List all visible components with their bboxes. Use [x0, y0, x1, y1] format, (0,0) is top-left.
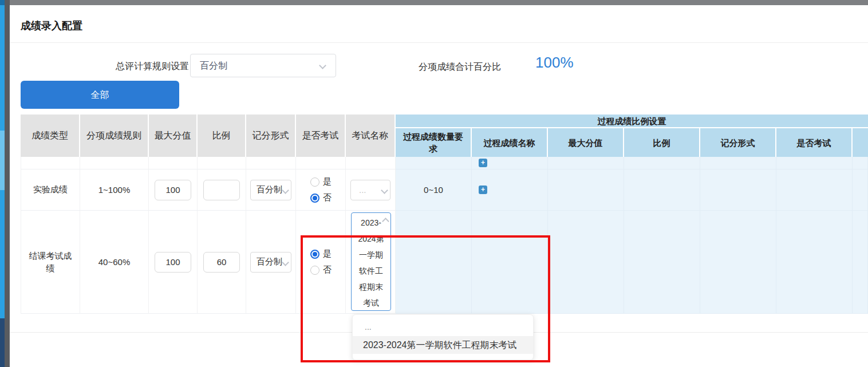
left-sidebar-edge-top	[0, 0, 5, 5]
table-cell: +	[472, 157, 548, 169]
table-cell	[853, 157, 868, 169]
table-cell	[396, 211, 472, 314]
row2-scoring-form-select[interactable]: 百分制	[250, 252, 291, 273]
row1-exam-name-cell: ...	[346, 169, 396, 211]
row1-is-exam-cell: 是 否	[296, 169, 346, 211]
row2-radio-no[interactable]: 否	[310, 265, 345, 275]
table-cell	[700, 169, 776, 211]
table-cell	[396, 157, 472, 169]
top-window-bar	[0, 0, 868, 5]
row1-exam-name-value: ...	[359, 185, 366, 195]
table-cell	[700, 211, 776, 314]
table-cell	[853, 211, 868, 314]
col-header-max-score: 最大分值	[149, 115, 196, 157]
table-cell	[198, 157, 246, 169]
sub-header-is-exam: 是否考试	[776, 128, 851, 157]
row2-max-score-input[interactable]	[155, 252, 191, 273]
row2-radio-yes[interactable]: 是	[310, 248, 345, 259]
chevron-up-icon	[382, 218, 389, 225]
chevron-down-icon	[381, 187, 388, 194]
radio-no-label: 否	[323, 192, 332, 203]
chevron-down-icon	[282, 259, 289, 266]
page-title: 成绩录入配置	[21, 19, 82, 33]
add-process-score-button[interactable]: +	[479, 186, 487, 194]
radio-unchecked-icon[interactable]	[310, 266, 319, 275]
sub-header-max-score: 最大分值	[548, 128, 623, 157]
table-cell	[246, 157, 296, 169]
left-sidebar-edge-bottom	[0, 318, 5, 367]
table-cell	[624, 169, 700, 211]
row1-max-score-input[interactable]	[155, 180, 191, 200]
row1-max-score-cell	[149, 169, 198, 211]
row2-subitem-rule: 40~60%	[80, 211, 149, 314]
row2-max-score-cell	[149, 211, 198, 314]
row1-scoring-form-select[interactable]: 百分制	[250, 180, 291, 200]
left-gutter	[5, 0, 10, 367]
sub-header-process-count: 过程成绩数量要求	[396, 128, 471, 157]
row2-is-exam-cell: 是 否	[296, 211, 346, 314]
radio-checked-icon[interactable]	[310, 194, 319, 203]
row1-ratio-input[interactable]	[203, 180, 240, 200]
dropdown-option-empty[interactable]: ...	[353, 318, 533, 336]
table-cell	[80, 157, 149, 169]
radio-checked-icon[interactable]	[310, 250, 319, 259]
row2-ratio-input[interactable]	[203, 252, 240, 273]
row2-scoring-form-cell: 百分制	[246, 211, 296, 314]
row2-grade-type: 结课考试成绩	[21, 211, 80, 314]
col-header-is-exam: 是否考试	[296, 115, 345, 157]
row1-subitem-rule: 1~100%	[80, 169, 149, 211]
sub-header-ratio: 比例	[624, 128, 699, 157]
chevron-down-icon	[319, 62, 326, 69]
col-header-scoring-form: 记分形式	[246, 115, 295, 157]
sub-header-process-name: 过程成绩名称	[472, 128, 547, 157]
col-header-subitem-rule: 分项成绩规则	[80, 115, 148, 157]
title-divider	[10, 42, 868, 43]
exam-name-dropdown-menu: ... 2023-2024第一学期软件工程期末考试	[352, 314, 534, 360]
row1-scoring-form-value: 百分制	[257, 184, 282, 195]
sub-header-process-count-text: 过程成绩数量要求	[400, 131, 466, 155]
table-cell	[776, 169, 853, 211]
row2-scoring-form-value: 百分制	[257, 256, 282, 267]
table-cell	[624, 211, 700, 314]
table-cell	[548, 211, 624, 314]
left-sidebar-edge-highlight	[0, 131, 5, 190]
group-header-process-ratio: 过程成绩比例设置	[396, 115, 868, 127]
rule-setting-label: 总评计算规则设置	[86, 61, 189, 73]
dropdown-option-exam[interactable]: 2023-2024第一学期软件工程期末考试	[353, 336, 533, 354]
row1-process-name-cell: +	[472, 169, 548, 211]
add-process-score-button[interactable]: +	[479, 159, 487, 167]
row1-radio-yes[interactable]: 是	[310, 176, 345, 187]
table-cell	[548, 157, 624, 169]
all-button[interactable]: 全部	[21, 81, 179, 109]
rule-setting-select[interactable]: 百分制	[190, 54, 336, 77]
col-header-exam-name: 考试名称	[346, 115, 394, 157]
col-header-grade-type: 成绩类型	[21, 115, 79, 157]
table-cell	[776, 211, 853, 314]
table-cell	[346, 157, 396, 169]
radio-no-label: 否	[323, 265, 332, 275]
table-cell	[21, 157, 80, 169]
radio-unchecked-icon[interactable]	[310, 177, 319, 187]
sum-percent-value: 100%	[535, 54, 574, 72]
row1-radio-no[interactable]: 否	[310, 192, 345, 203]
table-cell	[776, 157, 853, 169]
radio-yes-label: 是	[323, 176, 332, 187]
row2-grade-type-text: 结课考试成绩	[27, 250, 74, 275]
row1-grade-type: 实验成绩	[21, 169, 80, 211]
table-cell	[548, 169, 624, 211]
sub-header-spacer	[853, 128, 868, 157]
row1-scoring-form-cell: 百分制	[246, 169, 296, 211]
row2-exam-name-value: 2023-2024第一学期软件工程期末考试	[358, 218, 384, 307]
table-cell	[853, 169, 868, 211]
row1-process-count: 0~10	[396, 169, 472, 211]
rule-setting-select-value: 百分制	[200, 61, 227, 70]
table-cell	[700, 157, 776, 169]
row1-exam-name-select[interactable]: ...	[350, 180, 390, 200]
col-header-ratio: 比例	[198, 115, 245, 157]
row1-ratio-cell	[198, 169, 246, 211]
table-cell	[472, 211, 548, 314]
sub-header-scoring-form: 记分形式	[700, 128, 775, 157]
table-cell	[624, 157, 700, 169]
radio-yes-label: 是	[323, 248, 332, 259]
row2-exam-name-select-open[interactable]: 2023-2024第一学期软件工程期末考试	[351, 212, 391, 311]
